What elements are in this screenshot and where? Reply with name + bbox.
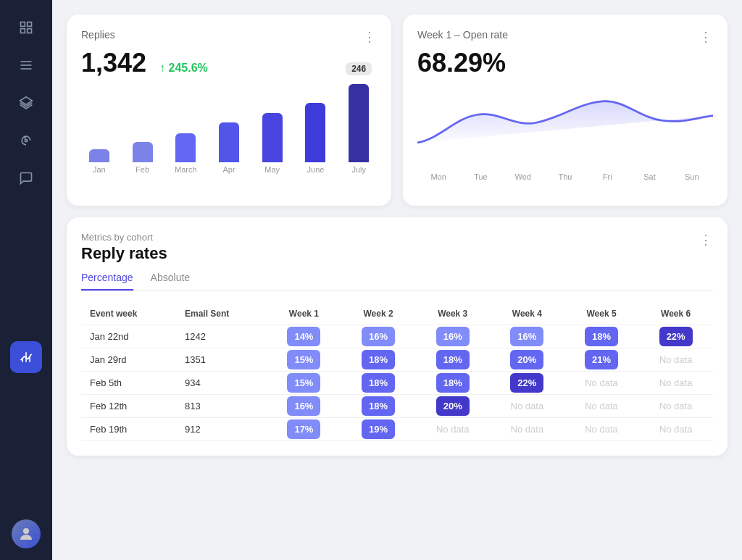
cell-week2: 19%	[341, 418, 416, 441]
table-row: Feb 19th91217%19%No dataNo dataNo dataNo…	[81, 418, 713, 441]
line-chart-labels: Mon Tue Wed Thu Fri Sat Sun	[417, 172, 713, 181]
cell-week4: No data	[490, 395, 564, 418]
cell-week4: 22%	[490, 372, 564, 395]
openrate-line-chart: Mon Tue Wed Thu Fri Sat Sun	[417, 87, 713, 181]
replies-card-header: Replies ⋮	[81, 29, 377, 45]
table-header-row: Event week Email Sent Week 1 Week 2 Week…	[81, 303, 713, 325]
cell-week6: No data	[638, 348, 713, 372]
bar-col-jan: Jan	[81, 83, 117, 174]
replies-menu-button[interactable]: ⋮	[363, 29, 377, 45]
svg-rect-2	[21, 29, 25, 33]
col-email-sent: Email Sent	[176, 303, 267, 325]
cell-week1: 15%	[267, 348, 341, 372]
svg-rect-0	[21, 22, 25, 27]
cell-week1: 17%	[267, 418, 341, 441]
col-week1: Week 1	[267, 303, 341, 325]
main-content: Replies ⋮ 1,342 ↑ 245.6% Jan Feb	[52, 0, 742, 560]
cell-week2: 16%	[341, 325, 416, 348]
openrate-card-header: Week 1 – Open rate ⋮	[417, 29, 713, 45]
table-row: Feb 12th81316%18%20%No dataNo dataNo dat…	[81, 395, 713, 418]
cell-week5: 18%	[564, 325, 639, 348]
layers-icon[interactable]	[10, 87, 42, 119]
tab-percentage[interactable]: Percentage	[81, 272, 133, 291]
metrics-header: Metrics by cohort Reply rates ⋮	[81, 232, 713, 272]
cell-week2: 18%	[341, 348, 416, 372]
metrics-menu-button[interactable]: ⋮	[699, 232, 713, 248]
metrics-subtitle: Metrics by cohort	[81, 232, 167, 243]
cell-week6: No data	[638, 395, 713, 418]
openrate-value: 68.29%	[417, 48, 713, 78]
cell-email-sent: 1351	[176, 348, 267, 372]
bar-tooltip-july: 246	[346, 62, 372, 75]
cell-week3: 20%	[415, 395, 490, 418]
cell-event-week: Jan 22nd	[81, 325, 176, 348]
bar-col-june: June	[298, 83, 334, 174]
top-cards-row: Replies ⋮ 1,342 ↑ 245.6% Jan Feb	[67, 14, 728, 206]
openrate-menu-button[interactable]: ⋮	[699, 29, 713, 45]
cell-event-week: Feb 12th	[81, 395, 176, 418]
metrics-title: Reply rates	[81, 244, 167, 263]
cell-week4: 16%	[490, 325, 564, 348]
bar-col-may: May	[254, 83, 291, 174]
replies-bar-chart: Jan Feb March Apr	[81, 90, 377, 191]
bar-col-march: March	[167, 83, 204, 174]
openrate-card: Week 1 – Open rate ⋮ 68.29%	[403, 14, 728, 206]
cell-week5: 21%	[564, 348, 639, 372]
cell-event-week: Jan 29rd	[81, 348, 176, 372]
svg-point-12	[23, 528, 29, 534]
list-icon[interactable]	[10, 49, 42, 81]
cell-email-sent: 813	[176, 395, 267, 418]
col-event-week: Event week	[81, 303, 176, 325]
bar-col-july: 246 July	[341, 83, 377, 174]
cell-week6: No data	[638, 418, 713, 441]
metrics-card: Metrics by cohort Reply rates ⋮ Percenta…	[67, 217, 728, 456]
cohort-table: Event week Email Sent Week 1 Week 2 Week…	[81, 303, 713, 441]
cell-week2: 18%	[341, 372, 416, 395]
cell-week1: 14%	[267, 325, 341, 348]
cell-week5: No data	[564, 372, 639, 395]
analytics-icon[interactable]	[10, 341, 42, 373]
cell-week5: No data	[564, 395, 639, 418]
cell-week2: 18%	[341, 395, 416, 418]
cell-week3: 16%	[415, 325, 490, 348]
replies-card-title: Replies	[81, 29, 115, 41]
bar-col-feb: Feb	[125, 83, 161, 174]
col-week6: Week 6	[638, 303, 713, 325]
cell-week5: No data	[564, 418, 639, 441]
col-week2: Week 2	[341, 303, 416, 325]
tab-absolute[interactable]: Absolute	[151, 272, 190, 291]
col-week5: Week 5	[564, 303, 639, 325]
cell-email-sent: 912	[176, 418, 267, 441]
replies-card: Replies ⋮ 1,342 ↑ 245.6% Jan Feb	[67, 14, 391, 206]
bar-col-apr: Apr	[211, 83, 247, 174]
cell-event-week: Feb 5th	[81, 372, 176, 395]
svg-rect-1	[28, 22, 32, 27]
svg-rect-3	[28, 29, 32, 33]
sidebar	[0, 0, 52, 560]
table-row: Jan 29rd135115%18%18%20%21%No data	[81, 348, 713, 372]
feed-icon[interactable]	[10, 125, 42, 156]
cell-week3: 18%	[415, 372, 490, 395]
col-week3: Week 3	[415, 303, 490, 325]
cell-week1: 15%	[267, 372, 341, 395]
cell-week6: No data	[638, 372, 713, 395]
chat-icon[interactable]	[10, 162, 42, 194]
table-row: Jan 22nd124214%16%16%16%18%22%	[81, 325, 713, 348]
cell-week6: 22%	[638, 325, 713, 348]
cell-week4: No data	[490, 418, 564, 441]
table-row: Feb 5th93415%18%18%22%No dataNo data	[81, 372, 713, 395]
metrics-tabs: Percentage Absolute	[81, 272, 713, 291]
replies-value: 1,342 ↑ 245.6%	[81, 48, 377, 78]
svg-point-8	[25, 139, 27, 141]
cell-week3: No data	[415, 418, 490, 441]
grid-icon[interactable]	[10, 12, 42, 43]
col-week4: Week 4	[490, 303, 564, 325]
cell-week4: 20%	[490, 348, 564, 372]
replies-change: ↑ 245.6%	[159, 62, 208, 74]
openrate-card-title: Week 1 – Open rate	[417, 29, 508, 41]
user-avatar[interactable]	[12, 519, 41, 548]
cell-email-sent: 934	[176, 372, 267, 395]
cell-week3: 18%	[415, 348, 490, 372]
cell-event-week: Feb 19th	[81, 418, 176, 441]
cell-week1: 16%	[267, 395, 341, 418]
